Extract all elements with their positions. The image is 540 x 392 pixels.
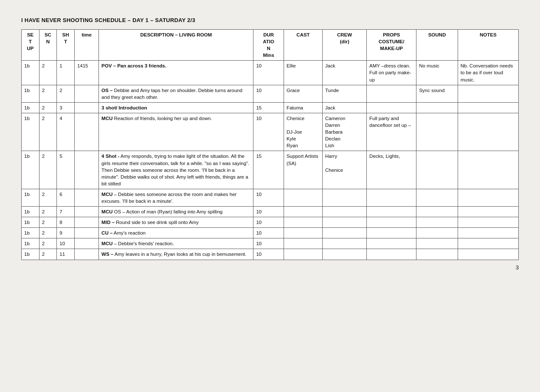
- cell-notes: [458, 113, 518, 151]
- cell-crew: [323, 228, 367, 238]
- cell-dur: 15: [253, 151, 284, 189]
- cell-sc: 2: [39, 249, 57, 260]
- cell-crew: [323, 238, 367, 249]
- cell-sound: Sync sound: [416, 85, 458, 102]
- cell-desc: CU – Amy's reaction: [99, 228, 253, 238]
- cell-sh: 6: [57, 189, 75, 206]
- table-row: 1b210MCU – Debbie's friends' reaction.10: [22, 238, 519, 249]
- cell-sc: 2: [39, 61, 57, 85]
- cell-dur: 10: [253, 189, 284, 206]
- cell-sound: [416, 102, 458, 113]
- cell-sc: 2: [39, 151, 57, 189]
- cell-crew: Jack: [323, 61, 367, 85]
- cell-time: [74, 102, 98, 113]
- cell-time: [74, 217, 98, 228]
- cell-sound: [416, 228, 458, 238]
- cell-props: [367, 189, 416, 206]
- cell-sound: [416, 217, 458, 228]
- header-sound: SOUND: [416, 30, 458, 61]
- cell-set: 1b: [22, 207, 39, 217]
- cell-time: [74, 228, 98, 238]
- cell-dur: 10: [253, 113, 284, 151]
- cell-sh: 10: [57, 238, 75, 249]
- table-row: 1b22OS – Debbie and Amy taps her on shou…: [22, 85, 519, 102]
- cell-cast: Grace: [284, 85, 322, 102]
- cell-time: [74, 238, 98, 249]
- cell-cast: Support Artists (SA): [284, 151, 322, 189]
- cell-sound: [416, 249, 458, 260]
- cell-time: [74, 249, 98, 260]
- page-number: 3: [21, 264, 519, 271]
- cell-sh: 2: [57, 85, 75, 102]
- header-notes: NOTES: [458, 30, 518, 61]
- cell-notes: Nb. Conversation needs to be as if over …: [458, 61, 518, 85]
- cell-sound: [416, 113, 458, 151]
- cell-sh: 9: [57, 228, 75, 238]
- cell-desc: WS – Amy leaves in a hurry, Ryan looks a…: [99, 249, 253, 260]
- cell-sh: 7: [57, 207, 75, 217]
- cell-dur: 10: [253, 85, 284, 102]
- header-sc: SCN: [39, 30, 57, 61]
- cell-props: [367, 228, 416, 238]
- cell-set: 1b: [22, 238, 39, 249]
- cell-crew: [323, 207, 367, 217]
- cell-set: 1b: [22, 61, 39, 85]
- cell-notes: [458, 151, 518, 189]
- table-row: 1b27MCU OS – Action of man (Ryan) fallin…: [22, 207, 519, 217]
- page-title: I HAVE NEVER SHOOTING SCHEDULE – DAY 1 –…: [21, 17, 519, 23]
- cell-crew: Jack: [323, 102, 367, 113]
- header-props: PROPSCOSTUME/MAKE-UP: [367, 30, 416, 61]
- cell-props: AMY –dress clean. Full on party make-up: [367, 61, 416, 85]
- header-set: SETUP: [22, 30, 39, 61]
- cell-crew: CameronDarrenBarbaraDeclanLish: [323, 113, 367, 151]
- header-time: time: [74, 30, 98, 61]
- cell-notes: [458, 217, 518, 228]
- cell-sound: No music: [416, 61, 458, 85]
- cell-set: 1b: [22, 228, 39, 238]
- table-row: 1b28MID – Round side to see drink spill …: [22, 217, 519, 228]
- cell-notes: [458, 249, 518, 260]
- cell-time: [74, 151, 98, 189]
- cell-desc: MCU Reaction of friends, looking her up …: [99, 113, 253, 151]
- cell-props: Decks, Lights,: [367, 151, 416, 189]
- cell-sound: [416, 151, 458, 189]
- cell-cast: [284, 228, 322, 238]
- cell-sc: 2: [39, 85, 57, 102]
- cell-set: 1b: [22, 151, 39, 189]
- cell-cast: [284, 189, 322, 206]
- cell-crew: [323, 249, 367, 260]
- cell-cast: CheniceDJ-JoeKyleRyan: [284, 113, 322, 151]
- cell-notes: [458, 189, 518, 206]
- table-row: 1b254 Shot - Amy responds, trying to mak…: [22, 151, 519, 189]
- cell-notes: [458, 207, 518, 217]
- cell-dur: 10: [253, 217, 284, 228]
- cell-sc: 2: [39, 189, 57, 206]
- cell-props: [367, 249, 416, 260]
- cell-set: 1b: [22, 102, 39, 113]
- cell-time: [74, 85, 98, 102]
- cell-dur: 10: [253, 207, 284, 217]
- cell-cast: [284, 238, 322, 249]
- header-crew: CREW(dir): [323, 30, 367, 61]
- cell-crew: [323, 217, 367, 228]
- table-row: 1b26MCU – Debbie sees someone across the…: [22, 189, 519, 206]
- cell-set: 1b: [22, 189, 39, 206]
- cell-set: 1b: [22, 249, 39, 260]
- header-cast: CAST: [284, 30, 322, 61]
- cell-props: [367, 238, 416, 249]
- cell-sound: [416, 207, 458, 217]
- cell-cast: [284, 207, 322, 217]
- cell-notes: [458, 102, 518, 113]
- cell-time: [74, 207, 98, 217]
- cell-set: 1b: [22, 85, 39, 102]
- cell-sh: 4: [57, 113, 75, 151]
- cell-sc: 2: [39, 228, 57, 238]
- cell-notes: [458, 228, 518, 238]
- cell-props: [367, 102, 416, 113]
- cell-cast: Ellie: [284, 61, 322, 85]
- table-row: 1b211WS – Amy leaves in a hurry, Ryan lo…: [22, 249, 519, 260]
- cell-dur: 10: [253, 61, 284, 85]
- cell-sc: 2: [39, 207, 57, 217]
- cell-desc: POV – Pan across 3 friends.: [99, 61, 253, 85]
- cell-desc: MCU – Debbie sees someone across the roo…: [99, 189, 253, 206]
